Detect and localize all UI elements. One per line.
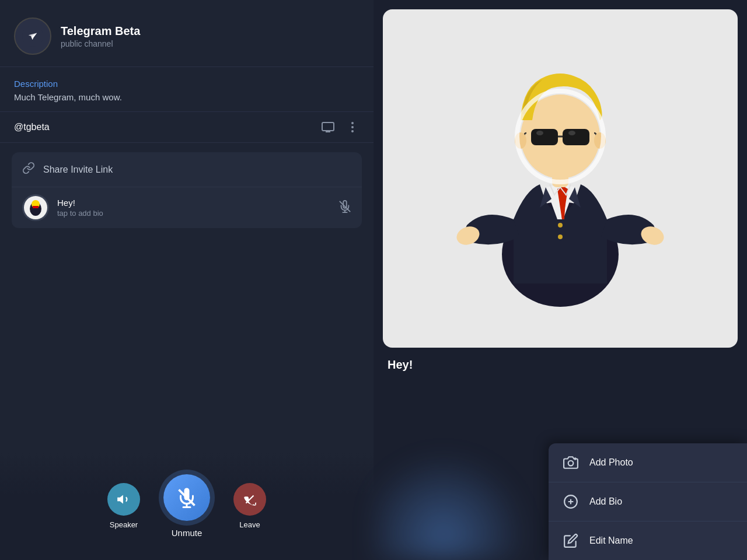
member-info: Hey! tap to add bio [57,198,330,218]
leave-button[interactable]: Leave [233,483,266,529]
svg-point-4 [351,130,354,132]
description-label: Description [14,79,359,89]
svg-rect-8 [32,208,40,214]
add-bio-icon [563,494,579,509]
member-avatar [22,194,49,221]
left-panel: Telegram Beta public channel Description… [0,0,374,560]
share-invite-row[interactable]: Share Invite Link [12,152,362,187]
member-row[interactable]: Hey! tap to add bio [12,187,362,228]
unmute-label: Unmute [172,528,203,538]
member-bio: tap to add bio [57,209,330,218]
edit-name-label: Edit Name [589,536,633,546]
profile-name-section: Hey! [374,348,747,379]
link-icon [22,162,35,177]
svg-rect-9 [33,206,39,208]
add-bio-label: Add Bio [589,496,622,507]
svg-point-28 [568,461,574,466]
mic-muted-icon [338,200,351,216]
username-row: @tgbeta [0,112,374,143]
blurred-bg [374,443,549,560]
username-text: @tgbeta [14,122,50,132]
leave-label: Leave [239,520,260,529]
members-card: Share Invite Link Hey! tap to add bio [12,152,362,228]
description-section: Description Much Telegram, much wow. [0,67,374,112]
svg-marker-11 [117,495,123,503]
svg-point-2 [351,122,354,124]
channel-type: public channel [61,39,140,48]
svg-point-3 [351,126,354,128]
context-menu: Add Photo Add Bio Edit Name [549,443,747,560]
description-text: Much Telegram, much wow. [14,92,359,102]
right-panel: Hey! Add Photo [374,0,747,560]
svg-point-16 [558,235,563,239]
speaker-button[interactable]: Speaker [107,483,140,529]
channel-info: Telegram Beta public channel [61,24,140,48]
edit-name-menu-item[interactable]: Edit Name [549,522,747,560]
member-name: Hey! [57,198,330,208]
mute-button[interactable]: Unmute [163,474,210,538]
add-photo-label: Add Photo [589,457,633,468]
sticker-image [383,9,738,348]
screen-share-icon[interactable] [321,120,335,134]
channel-header: Telegram Beta public channel [0,0,374,67]
svg-point-15 [558,223,563,228]
channel-avatar [14,18,51,55]
svg-rect-1 [322,123,334,131]
share-invite-text: Share Invite Link [43,164,113,175]
bottom-controls: Speaker Unmute [0,451,374,560]
control-buttons: Speaker Unmute [107,474,266,538]
more-options-icon[interactable] [345,120,359,134]
add-photo-icon [563,455,579,470]
svg-rect-21 [531,129,558,145]
svg-rect-22 [563,129,589,145]
channel-name: Telegram Beta [61,24,140,38]
svg-point-23 [536,131,543,135]
sticker-card [383,9,738,348]
add-bio-menu-item[interactable]: Add Bio [549,482,747,522]
username-icons [321,120,359,134]
add-photo-menu-item[interactable]: Add Photo [549,443,747,482]
speaker-label: Speaker [110,520,138,529]
edit-name-icon [563,533,579,548]
svg-point-24 [568,131,575,135]
profile-name: Hey! [388,358,733,372]
